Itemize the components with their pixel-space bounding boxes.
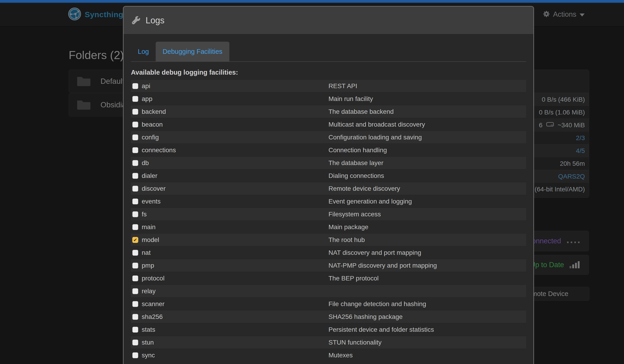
facility-row: mainMain package xyxy=(131,220,526,233)
modal-tabs: Log Debugging Facilities xyxy=(131,42,526,62)
facility-name: sha256 xyxy=(142,313,163,320)
facility-name: scanner xyxy=(142,300,165,308)
facility-checkbox[interactable] xyxy=(132,134,138,140)
facility-name-cell: connections xyxy=(131,147,329,154)
facility-checkbox[interactable] xyxy=(132,301,138,307)
modal-body: Log Debugging Facilities Available debug… xyxy=(124,34,533,364)
facility-description: STUN functionality xyxy=(329,339,526,346)
facility-name: connections xyxy=(142,147,176,154)
facility-checkbox[interactable] xyxy=(132,147,138,153)
facility-name-cell: backend xyxy=(131,108,329,115)
facility-name: backend xyxy=(142,108,166,115)
facility-checkbox[interactable] xyxy=(132,211,138,217)
modal-header: Logs xyxy=(124,7,533,34)
facility-description: The database layer xyxy=(329,159,526,167)
facility-name: relay xyxy=(142,287,156,295)
facility-checkbox[interactable] xyxy=(132,327,138,333)
logs-modal: Logs Log Debugging Facilities Available … xyxy=(123,6,534,364)
facility-name: dialer xyxy=(142,172,157,180)
facility-row: pmpNAT-PMP discovery and port mapping xyxy=(131,259,526,272)
facility-description: Event generation and logging xyxy=(329,198,526,205)
facility-name-cell: ✔model xyxy=(131,236,329,244)
facility-name-cell: sync xyxy=(131,352,329,359)
facility-name-cell: api xyxy=(131,82,329,90)
facility-checkbox[interactable] xyxy=(132,275,138,281)
facility-description: Multicast and broadcast discovery xyxy=(329,121,526,128)
facility-checkbox[interactable] xyxy=(132,186,138,192)
facility-name: stats xyxy=(142,326,155,333)
facility-checkbox[interactable] xyxy=(132,262,138,268)
facility-description: Configuration loading and saving xyxy=(329,134,526,141)
facility-row: natNAT discovery and port mapping xyxy=(131,246,526,259)
facility-description: NAT discovery and port mapping xyxy=(329,249,526,256)
facility-row: syncMutexes xyxy=(131,349,526,362)
facility-description: Remote device discovery xyxy=(329,185,526,192)
facility-description: Main package xyxy=(329,223,526,231)
facility-row: relay xyxy=(131,285,526,297)
facility-row: configConfiguration loading and saving xyxy=(131,131,526,144)
facility-row: beaconMulticast and broadcast discovery xyxy=(131,118,526,131)
facilities-table: apiREST APIappMain run facilitybackendTh… xyxy=(131,79,526,362)
facility-name-cell: config xyxy=(131,134,329,141)
facility-description: SHA256 hashing package xyxy=(329,313,526,320)
facility-name: stun xyxy=(142,339,154,346)
facility-description: Connection handling xyxy=(329,147,526,154)
facility-checkbox[interactable] xyxy=(132,224,138,230)
facility-checkbox[interactable] xyxy=(132,352,138,358)
facility-row: dbThe database layer xyxy=(131,156,526,169)
facility-name-cell: sha256 xyxy=(131,313,329,320)
facility-checkbox[interactable]: ✔ xyxy=(132,237,138,243)
facility-name: discover xyxy=(142,185,165,192)
facility-row: appMain run facility xyxy=(131,92,526,105)
facility-name-cell: scanner xyxy=(131,300,329,308)
facility-checkbox[interactable] xyxy=(132,160,138,166)
facility-row: connectionsConnection handling xyxy=(131,144,526,156)
facility-name: pmp xyxy=(142,262,154,269)
facility-description: Persistent device and folder statistics xyxy=(329,326,526,333)
facilities-heading: Available debug logging facilities: xyxy=(131,69,526,76)
facility-checkbox[interactable] xyxy=(132,122,138,128)
facility-checkbox[interactable] xyxy=(132,314,138,320)
facility-checkbox[interactable] xyxy=(132,83,138,89)
facility-description: The BEP protocol xyxy=(329,275,526,282)
facility-row: backendThe database backend xyxy=(131,105,526,118)
tab-log[interactable]: Log xyxy=(131,42,156,61)
facility-name: sync xyxy=(142,352,155,359)
facility-checkbox[interactable] xyxy=(132,173,138,179)
facility-checkbox[interactable] xyxy=(132,199,138,205)
facility-row: eventsEvent generation and logging xyxy=(131,195,526,208)
facility-name: nat xyxy=(142,249,151,256)
facility-description: Dialing connections xyxy=(329,172,526,180)
facility-checkbox[interactable] xyxy=(132,96,138,102)
facility-row: protocolThe BEP protocol xyxy=(131,272,526,285)
facility-name-cell: app xyxy=(131,95,329,103)
facility-name: events xyxy=(142,198,161,205)
facility-checkbox[interactable] xyxy=(132,250,138,256)
facility-name-cell: dialer xyxy=(131,172,329,180)
facility-row: discoverRemote device discovery xyxy=(131,182,526,195)
browser-accent-bar xyxy=(0,0,624,3)
facility-name-cell: pmp xyxy=(131,262,329,269)
facility-row: fsFilesystem access xyxy=(131,208,526,220)
facility-description: Main run facility xyxy=(329,95,526,103)
facility-name: api xyxy=(142,82,150,90)
facility-name: protocol xyxy=(142,275,165,282)
facility-description: Mutexes xyxy=(329,352,526,359)
facility-checkbox[interactable] xyxy=(132,339,138,345)
facility-checkbox[interactable] xyxy=(132,288,138,294)
facility-name-cell: discover xyxy=(131,185,329,192)
facility-name: fs xyxy=(142,211,147,218)
facility-name-cell: nat xyxy=(131,249,329,256)
facility-name: beacon xyxy=(142,121,163,128)
facility-name: main xyxy=(142,223,156,231)
facility-description: The database backend xyxy=(329,108,526,115)
facility-description: Filesystem access xyxy=(329,211,526,218)
facility-row: scannerFile change detection and hashing xyxy=(131,297,526,310)
facility-name-cell: db xyxy=(131,159,329,167)
facility-name-cell: relay xyxy=(131,287,329,295)
facility-row: stunSTUN functionality xyxy=(131,336,526,349)
facility-row: statsPersistent device and folder statis… xyxy=(131,323,526,336)
facility-checkbox[interactable] xyxy=(132,109,138,115)
tab-debugging-facilities[interactable]: Debugging Facilities xyxy=(156,42,229,61)
facility-description: NAT-PMP discovery and port mapping xyxy=(329,262,526,269)
